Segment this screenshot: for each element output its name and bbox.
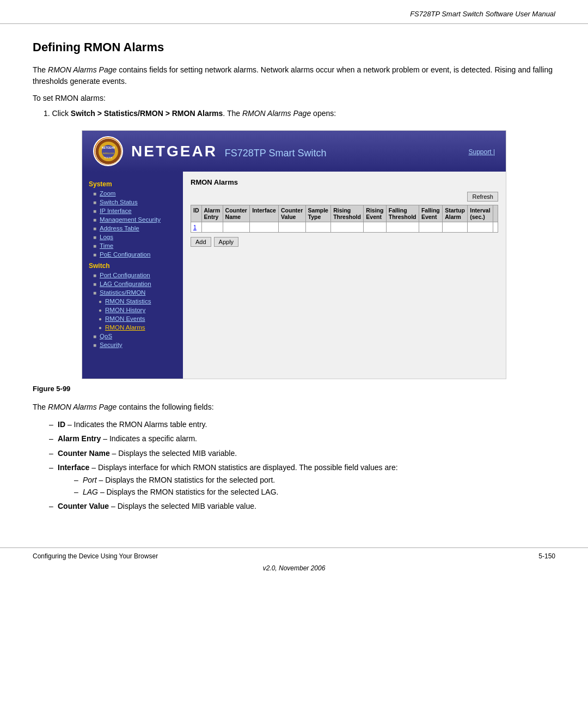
- sidebar-link-statistics-rmon[interactable]: Statistics/RMON: [100, 289, 145, 296]
- screenshot: NETGEAR WIRELESS ROUTER NETGEAR FS728TP …: [82, 130, 506, 379]
- table-row: 1: [191, 222, 498, 233]
- sidebar-item-poe-configuration[interactable]: ■ PoE Configuration: [82, 250, 183, 259]
- sidebar-link-lag-configuration[interactable]: LAG Configuration: [100, 281, 151, 287]
- fields-intro-italic: RMON Alarms Page: [48, 403, 117, 411]
- sidebar-item-zoom[interactable]: ■ Zoom: [82, 189, 183, 198]
- row-number[interactable]: 1: [193, 224, 197, 230]
- sub-label-lag: LAG: [83, 488, 98, 496]
- ng-brand: NETGEAR: [131, 143, 217, 160]
- sidebar-item-statistics-rmon[interactable]: ■ Statistics/RMON: [82, 288, 183, 297]
- field-text-counter-value: – Displays the selected MIB variable val…: [109, 502, 256, 510]
- sidebar-link-ip-interface[interactable]: IP Interface: [100, 208, 132, 214]
- page-title: Defining RMON Alarms: [33, 40, 555, 54]
- field-item-id: ID – Indicates the RMON Alarms table ent…: [49, 418, 555, 430]
- cell-rising-threshold: [331, 222, 364, 233]
- action-row: Add Apply: [191, 237, 498, 247]
- col-sample-type: Sample Type: [305, 205, 331, 222]
- sidebar-link-security[interactable]: Security: [100, 342, 122, 348]
- fields-intro-text: contains the following fields:: [119, 403, 213, 411]
- sidebar-item-port-configuration[interactable]: ■ Port Configuration: [82, 271, 183, 279]
- refresh-row: Refresh: [191, 192, 498, 202]
- step-1: 1. Click Switch > Statistics/RMON > RMON…: [33, 108, 555, 119]
- sidebar-link-zoom[interactable]: Zoom: [100, 190, 115, 197]
- col-falling-event: Falling Event: [419, 205, 442, 222]
- figure-caption: Figure 5-99: [33, 385, 555, 393]
- col-interval: Interval (sec.): [468, 205, 493, 222]
- sidebar-item-logs[interactable]: ■ Logs: [82, 233, 183, 241]
- sidebar-link-rmon-alarms[interactable]: RMON Alarms: [105, 324, 145, 331]
- sidebar-section-system: System: [82, 177, 183, 189]
- sidebar-link-management-security[interactable]: Management Security: [100, 216, 161, 223]
- cell-interval: [468, 222, 493, 233]
- sub-label-port: Port: [83, 476, 97, 484]
- field-label-counter-name: Counter Name: [58, 449, 110, 458]
- footer-center: v2.0, November 2006: [0, 564, 588, 577]
- bullet-icon: ■: [93, 226, 96, 232]
- sidebar: System ■ Zoom ■ Switch Status ■ IP Inter…: [82, 172, 183, 379]
- bullet-icon: ■: [93, 217, 96, 223]
- field-item-alarm-entry: Alarm Entry – Indicates a specific alarm…: [49, 433, 555, 445]
- sidebar-item-security[interactable]: ■ Security: [82, 340, 183, 349]
- field-label-counter-value: Counter Value: [58, 502, 109, 510]
- sidebar-link-address-table[interactable]: Address Table: [100, 225, 139, 232]
- step1-end: opens:: [311, 109, 336, 118]
- sidebar-link-poe-configuration[interactable]: PoE Configuration: [100, 251, 150, 258]
- sidebar-link-time[interactable]: Time: [100, 242, 113, 249]
- sidebar-item-rmon-alarms[interactable]: ● RMON Alarms: [82, 323, 183, 332]
- step1-prefix: 1. Click: [44, 109, 71, 118]
- refresh-button[interactable]: Refresh: [467, 192, 498, 202]
- sidebar-item-ip-interface[interactable]: ■ IP Interface: [82, 206, 183, 215]
- support-link[interactable]: Support |: [469, 147, 495, 156]
- cell-counter-name: [223, 222, 250, 233]
- bullet-icon: ■: [93, 191, 96, 197]
- sidebar-item-address-table[interactable]: ■ Address Table: [82, 224, 183, 233]
- field-label-alarm-entry: Alarm Entry: [58, 434, 101, 443]
- field-item-counter-value: Counter Value – Displays the selected MI…: [49, 500, 555, 512]
- sidebar-link-switch-status[interactable]: Switch Status: [100, 199, 138, 205]
- apply-button[interactable]: Apply: [214, 237, 239, 247]
- rmon-table: ID Alarm Entry Counter Name Interface Co…: [191, 205, 498, 233]
- cell-alarm-entry: [201, 222, 223, 233]
- ng-product: FS728TP Smart Switch: [225, 148, 327, 159]
- cell-falling-threshold: [386, 222, 419, 233]
- bullet-icon: ■: [93, 208, 96, 214]
- doc-header: FS728TP Smart Switch Software User Manua…: [0, 0, 588, 24]
- bullet-icon: ■: [93, 252, 96, 258]
- support-anchor[interactable]: Support |: [469, 148, 495, 156]
- sidebar-link-rmon-events[interactable]: RMON Events: [105, 315, 145, 322]
- main-panel: RMON Alarms Refresh ID Alarm Entry Count…: [183, 172, 506, 379]
- sidebar-link-rmon-history[interactable]: RMON History: [105, 307, 145, 313]
- sidebar-item-time[interactable]: ■ Time: [82, 241, 183, 250]
- cell-id: 1: [191, 222, 202, 233]
- sub-bullet-icon: ●: [99, 299, 102, 305]
- col-interface: Interface: [250, 205, 279, 222]
- svg-text:NETGEAR: NETGEAR: [101, 146, 115, 149]
- sidebar-item-qos[interactable]: ■ QoS: [82, 332, 183, 340]
- sidebar-link-logs[interactable]: Logs: [100, 234, 113, 240]
- intro-paragraph: The RMON Alarms Page contains fields for…: [33, 64, 555, 87]
- cell-counter-value: [278, 222, 305, 233]
- field-text-alarm-entry: – Indicates a specific alarm.: [101, 434, 197, 443]
- add-button[interactable]: Add: [191, 237, 211, 247]
- step1-suffix: . The: [223, 109, 242, 118]
- sidebar-link-qos[interactable]: QoS: [100, 333, 112, 339]
- sidebar-item-management-security[interactable]: ■ Management Security: [82, 215, 183, 224]
- panel-title: RMON Alarms: [191, 178, 498, 186]
- col-id: ID: [191, 205, 202, 222]
- col-extra: [493, 205, 498, 222]
- interface-sub-list: Port – Displays the RMON statistics for …: [74, 474, 555, 498]
- sub-bullet-icon: ●: [99, 316, 102, 322]
- col-counter-value: Counter Value: [278, 205, 305, 222]
- ng-header: NETGEAR WIRELESS ROUTER NETGEAR FS728TP …: [82, 131, 506, 172]
- sidebar-link-port-configuration[interactable]: Port Configuration: [100, 272, 150, 278]
- sidebar-item-switch-status[interactable]: ■ Switch Status: [82, 198, 183, 206]
- sidebar-item-rmon-events[interactable]: ● RMON Events: [82, 314, 183, 323]
- sidebar-item-rmon-history[interactable]: ● RMON History: [82, 306, 183, 314]
- sidebar-item-lag-configuration[interactable]: ■ LAG Configuration: [82, 279, 183, 288]
- bullet-icon: ■: [93, 333, 96, 339]
- sidebar-item-rmon-statistics[interactable]: ● RMON Statistics: [82, 297, 183, 306]
- footer-row1: Configuring the Device Using Your Browse…: [0, 548, 588, 564]
- sub-bullet-icon: ●: [99, 325, 102, 331]
- sidebar-link-rmon-statistics[interactable]: RMON Statistics: [105, 298, 151, 305]
- field-list: ID – Indicates the RMON Alarms table ent…: [49, 418, 555, 513]
